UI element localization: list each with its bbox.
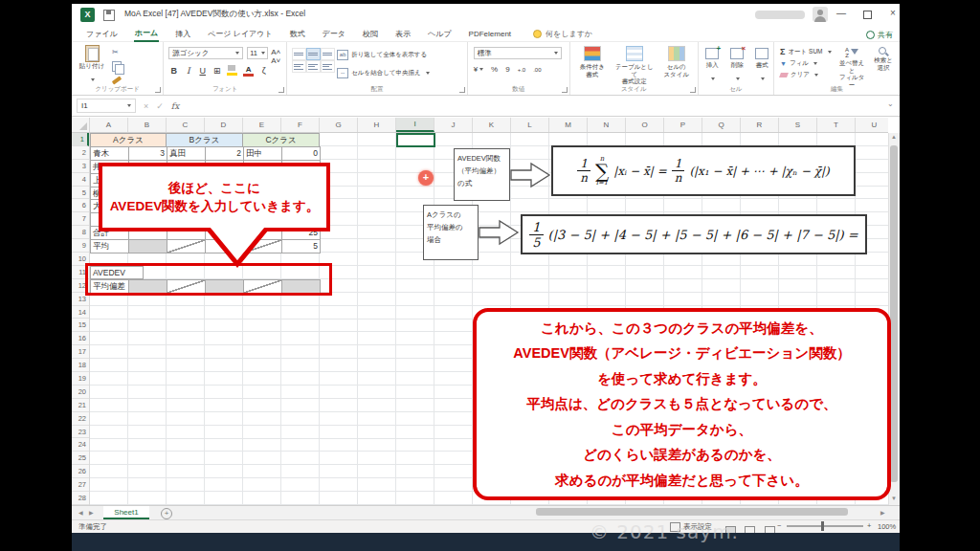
- column-header-I[interactable]: I: [396, 118, 434, 132]
- note-box[interactable]: これから、この３つのクラスの平均偏差を、AVEDEV関数（アベレージ・ディビエー…: [473, 308, 891, 500]
- insert-function-icon[interactable]: fx: [171, 101, 179, 111]
- menu-tab-5[interactable]: 数式: [289, 27, 306, 41]
- column-header-K[interactable]: K: [473, 118, 511, 132]
- font-name-dropdown[interactable]: 源ゴシック: [168, 47, 243, 59]
- column-header-Q[interactable]: Q: [702, 118, 741, 132]
- percent-format-button[interactable]: %: [491, 65, 498, 74]
- align-left-button[interactable]: [292, 60, 306, 73]
- class-a-formula-box[interactable]: 15 (|3 − 5| + |4 − 5| + |5 − 5| + |6 − 5…: [521, 214, 867, 254]
- column-header-S[interactable]: S: [779, 118, 817, 132]
- class-header-3[interactable]: Cクラス: [243, 133, 320, 146]
- clear-button[interactable]: クリア: [780, 71, 831, 79]
- arrow-right-shape-1[interactable]: [510, 161, 552, 189]
- increase-decimal-button[interactable]: +.0: [518, 67, 526, 73]
- conditional-formatting-button[interactable]: 条件付き 書式: [572, 46, 612, 77]
- tab-scroll-left-icon[interactable]: ◀: [78, 509, 83, 516]
- column-header-J[interactable]: J: [434, 118, 473, 132]
- menu-tab-1[interactable]: ファイル: [85, 27, 119, 41]
- avedev-formula-box[interactable]: 1n n ∑ i=1 |xᵢ − x̄| = 1n (|x₁ − x̄| + ⋯…: [551, 145, 856, 196]
- menu-tab-8[interactable]: 表示: [394, 27, 412, 41]
- menu-tab-2[interactable]: ホーム: [134, 26, 159, 42]
- column-header-T[interactable]: T: [817, 118, 856, 132]
- tab-scroll-right-icon[interactable]: ▶: [89, 509, 94, 516]
- row-header-23[interactable]: 23: [72, 426, 89, 439]
- number-format-dropdown[interactable]: 標準: [474, 47, 562, 59]
- styles-dialog-launcher[interactable]: [690, 87, 696, 93]
- align-right-button[interactable]: [321, 60, 335, 73]
- cell-B9[interactable]: [129, 240, 167, 253]
- tell-me[interactable]: 何をしますか: [533, 29, 592, 39]
- cell-D2[interactable]: 2: [206, 147, 244, 161]
- zoom-slider[interactable]: [787, 525, 863, 527]
- scroll-down-icon[interactable]: ▼: [891, 496, 897, 501]
- fill-button[interactable]: ▼ フィル: [780, 59, 831, 68]
- format-as-table-button[interactable]: テーブルとして 書式設定: [614, 46, 655, 85]
- column-header-F[interactable]: F: [281, 118, 320, 132]
- row-header-6[interactable]: 6: [72, 199, 89, 212]
- row-header-15[interactable]: 15: [72, 319, 89, 332]
- menu-tab-6[interactable]: データ: [322, 27, 346, 41]
- share-button[interactable]: 共有: [866, 30, 893, 40]
- align-center-button[interactable]: [306, 60, 321, 73]
- column-header-N[interactable]: N: [588, 118, 626, 132]
- selected-cell-I1[interactable]: [396, 133, 435, 147]
- diagram1-label-box[interactable]: AVEDEV関数 （平均偏差） の式: [454, 148, 510, 201]
- menu-tab-10[interactable]: PDFelement: [468, 28, 512, 40]
- cell-styles-button[interactable]: セルの スタイル: [657, 46, 697, 77]
- column-header-E[interactable]: E: [243, 118, 281, 132]
- autosum-button[interactable]: Σ オート SUM: [780, 47, 831, 56]
- merge-center-button[interactable]: ⇔ セルを結合して中央揃え: [337, 68, 429, 78]
- save-icon[interactable]: [103, 10, 115, 21]
- format-cells-button[interactable]: 書式: [750, 48, 774, 87]
- copy-icon[interactable]: [112, 61, 122, 72]
- borders-button[interactable]: ⊞: [212, 66, 221, 76]
- column-header-P[interactable]: P: [664, 118, 702, 132]
- italic-button[interactable]: I: [184, 66, 192, 76]
- select-all-corner[interactable]: [72, 118, 90, 133]
- font-size-dropdown[interactable]: 11: [247, 47, 268, 59]
- row-header-8[interactable]: 8: [72, 226, 89, 239]
- bold-button[interactable]: B: [169, 66, 178, 76]
- underline-button[interactable]: U: [198, 66, 207, 76]
- column-header-M[interactable]: M: [549, 118, 588, 132]
- row-header-14[interactable]: 14: [72, 306, 89, 320]
- diagram2-label-box[interactable]: Aクラスの 平均偏差の 場合: [423, 205, 479, 260]
- row-header-4[interactable]: 4: [72, 173, 89, 187]
- column-header-R[interactable]: R: [741, 118, 779, 132]
- restore-button[interactable]: [863, 11, 872, 19]
- class-header-1[interactable]: Aクラス: [90, 133, 167, 146]
- row-header-5[interactable]: 5: [72, 187, 89, 200]
- avedev-highlight-rect[interactable]: [85, 263, 332, 296]
- hscroll-right-icon[interactable]: ▶: [880, 509, 885, 516]
- enter-icon[interactable]: ✓: [156, 101, 164, 111]
- cell-B2[interactable]: 3: [129, 147, 167, 161]
- currency-format-button[interactable]: ¥: [474, 65, 483, 74]
- column-header-C[interactable]: C: [167, 118, 205, 132]
- zoom-slider-thumb[interactable]: [821, 521, 824, 531]
- row-header-21[interactable]: 21: [72, 399, 89, 412]
- row-header-27[interactable]: 27: [72, 478, 89, 492]
- cell-C2[interactable]: 真田: [167, 147, 206, 161]
- zoom-in-icon[interactable]: +: [867, 521, 871, 530]
- align-top-button[interactable]: [292, 48, 306, 60]
- row-header-25[interactable]: 25: [72, 452, 89, 465]
- cancel-icon[interactable]: ×: [144, 101, 148, 111]
- row-header-17[interactable]: 17: [72, 345, 89, 359]
- row-header-20[interactable]: 20: [72, 386, 89, 399]
- column-header-H[interactable]: H: [358, 118, 396, 132]
- clipboard-dialog-launcher[interactable]: [155, 87, 161, 93]
- font-color-button[interactable]: A: [243, 65, 254, 76]
- menu-tab-9[interactable]: ヘルプ: [427, 27, 453, 41]
- user-avatar[interactable]: [813, 7, 828, 22]
- row-header-3[interactable]: 3: [72, 160, 89, 173]
- minimize-button[interactable]: —: [835, 8, 848, 19]
- grow-shrink-font[interactable]: A˄ A˅: [271, 48, 286, 65]
- find-select-button[interactable]: 検索と 選択: [869, 47, 898, 71]
- cell-A2[interactable]: 青木: [91, 147, 129, 161]
- close-button[interactable]: ×: [886, 8, 900, 19]
- sheet-tab-sheet1[interactable]: Sheet1: [103, 506, 149, 519]
- row-header-2[interactable]: 2: [72, 146, 89, 160]
- fill-color-button[interactable]: [227, 65, 237, 76]
- alignment-dialog-launcher[interactable]: [459, 87, 465, 93]
- phonetic-button[interactable]: ζ: [259, 66, 268, 76]
